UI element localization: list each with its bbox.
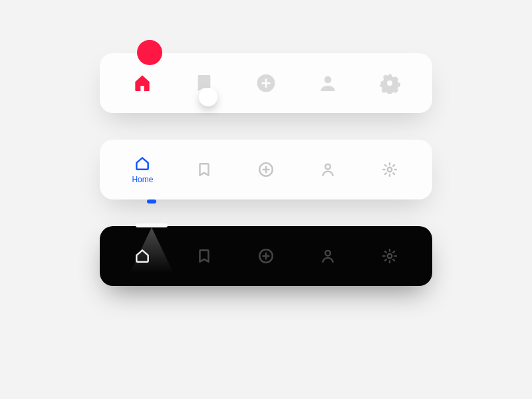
tab-settings[interactable] — [368, 247, 411, 265]
tab-bar-outline: Home — [100, 140, 432, 200]
tab-add[interactable] — [245, 72, 287, 94]
tab-home[interactable] — [121, 247, 164, 265]
active-dot-indicator — [147, 200, 156, 203]
user-icon — [317, 72, 338, 94]
svg-rect-2 — [261, 82, 270, 84]
svg-point-9 — [387, 254, 392, 259]
bookmark-icon — [196, 161, 213, 178]
svg-point-6 — [387, 168, 392, 172]
gear-icon — [381, 161, 398, 178]
tab-home[interactable]: Home — [121, 155, 164, 184]
tab-home[interactable] — [121, 72, 164, 94]
tab-bar-dark — [100, 226, 432, 286]
gear-icon — [379, 72, 400, 94]
spotlight-indicator — [136, 223, 168, 227]
home-icon — [132, 72, 153, 94]
tab-settings[interactable] — [368, 72, 411, 94]
svg-point-3 — [324, 76, 331, 83]
user-icon — [319, 161, 336, 178]
svg-point-5 — [325, 164, 331, 170]
home-icon — [134, 155, 151, 172]
plus-circle-icon — [257, 161, 275, 178]
home-icon — [134, 247, 151, 265]
tab-bookmark[interactable] — [183, 161, 225, 178]
tab-label: Home — [132, 175, 153, 184]
plus-circle-icon — [257, 247, 275, 265]
tab-add[interactable] — [245, 161, 287, 178]
plus-circle-icon — [255, 72, 277, 94]
gear-icon — [381, 247, 398, 265]
active-blob-indicator — [137, 40, 162, 65]
svg-point-8 — [325, 251, 331, 256]
tab-profile[interactable] — [307, 161, 349, 178]
tab-profile[interactable] — [307, 72, 349, 94]
pointer-knob — [199, 88, 217, 106]
user-icon — [319, 247, 336, 265]
tab-settings[interactable] — [368, 161, 411, 178]
tab-add[interactable] — [245, 247, 287, 265]
bookmark-icon — [196, 247, 213, 265]
tab-profile[interactable] — [307, 247, 349, 265]
tab-bookmark[interactable] — [183, 247, 225, 265]
tab-bar-filled — [100, 53, 432, 113]
